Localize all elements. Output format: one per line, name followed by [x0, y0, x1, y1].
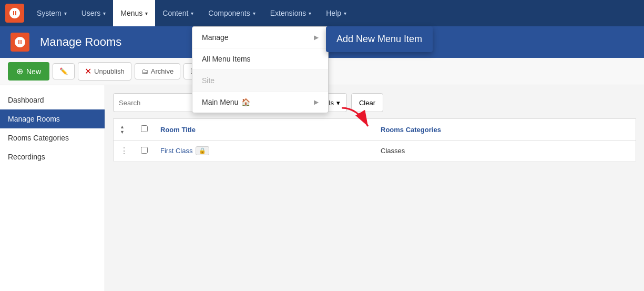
- table-row: ⋮ First Class 🔒 Classes: [114, 141, 636, 162]
- room-title-cell: First Class 🔒: [154, 141, 374, 162]
- sidebar-item-recordings[interactable]: Recordings: [0, 147, 105, 166]
- dropdown-item-site: Site: [192, 70, 328, 92]
- plus-icon: ⊕: [16, 66, 23, 76]
- content-arrow-icon: ▾: [191, 11, 193, 16]
- extensions-arrow-icon: ▾: [309, 11, 311, 16]
- checkbox-col-header: [135, 119, 154, 141]
- room-title-header: Room Title: [154, 119, 374, 141]
- nav-help[interactable]: Help ▾: [319, 0, 354, 26]
- top-navigation: System ▾ Users ▾ Menus ▾ Content ▾ Compo…: [0, 0, 644, 26]
- select-all-checkbox[interactable]: [141, 125, 148, 132]
- components-arrow-icon: ▾: [253, 11, 255, 16]
- manage-arrow-icon: ▶: [314, 34, 319, 41]
- edit-button[interactable]: ✏️: [53, 63, 75, 79]
- main-layout: Dashboard Manage Rooms Rooms Categories …: [0, 85, 644, 291]
- page-title: Manage Rooms: [40, 35, 121, 49]
- archive-button[interactable]: 🗂 Archive: [135, 63, 180, 79]
- nav-content[interactable]: Content ▾: [155, 0, 201, 26]
- dropdown-item-all-menu-items[interactable]: All Menu Items: [192, 48, 328, 70]
- sidebar: Dashboard Manage Rooms Rooms Categories …: [0, 85, 105, 291]
- sidebar-item-rooms-categories[interactable]: Rooms Categories: [0, 128, 105, 147]
- nav-components[interactable]: Components ▾: [201, 0, 262, 26]
- nav-system[interactable]: System ▾: [29, 0, 74, 26]
- submenu-popup[interactable]: Add New Menu Item: [326, 26, 433, 52]
- sort-arrows-icon: ▲▼: [120, 124, 125, 135]
- lock-badge: 🔒: [196, 146, 209, 155]
- room-category-cell: Classes: [374, 141, 636, 162]
- drag-handle-icon[interactable]: ⋮: [120, 146, 128, 155]
- sidebar-item-manage-rooms[interactable]: Manage Rooms: [0, 109, 105, 128]
- sidebar-item-dashboard[interactable]: Dashboard: [0, 91, 105, 109]
- main-menu-arrow-icon: ▶: [314, 98, 319, 106]
- rooms-table: ▲▼ Room Title Rooms Categories: [113, 118, 636, 162]
- joomla-logo[interactable]: [5, 4, 24, 23]
- users-arrow-icon: ▾: [103, 11, 106, 16]
- help-arrow-icon: ▾: [344, 11, 346, 16]
- room-title-link[interactable]: First Class 🔒: [160, 146, 368, 155]
- clear-button[interactable]: Clear: [351, 93, 383, 112]
- nav-extensions[interactable]: Extensions ▾: [263, 0, 319, 26]
- dropdown-item-manage[interactable]: Manage ▶: [192, 27, 328, 48]
- home-icon: 🏠: [241, 98, 250, 106]
- edit-icon: ✏️: [59, 67, 68, 75]
- page-logo: [11, 33, 29, 52]
- drag-cell: ⋮: [114, 141, 135, 162]
- unpublish-icon: ✕: [85, 66, 91, 76]
- search-tools-arrow-icon: ▾: [336, 99, 340, 107]
- menus-arrow-icon: ▾: [145, 11, 148, 16]
- system-arrow-icon: ▾: [64, 11, 67, 16]
- main-content: 🔍 Search Tools ▾ Clear ▲▼: [105, 85, 644, 291]
- unpublish-button[interactable]: ✕ Unpublish: [78, 62, 131, 81]
- new-button[interactable]: ⊕ New: [8, 62, 49, 81]
- checkbox-cell: [135, 141, 154, 162]
- nav-menus[interactable]: Menus ▾: [113, 0, 155, 26]
- archive-icon: 🗂: [141, 67, 148, 75]
- sort-col-header: ▲▼: [114, 119, 135, 141]
- rooms-categories-header: Rooms Categories: [374, 119, 636, 141]
- menus-dropdown: Manage ▶ All Menu Items Site Main Menu 🏠…: [192, 26, 329, 113]
- nav-users[interactable]: Users ▾: [74, 0, 114, 26]
- dropdown-item-main-menu[interactable]: Main Menu 🏠 ▶: [192, 92, 328, 113]
- row-checkbox[interactable]: [141, 147, 148, 154]
